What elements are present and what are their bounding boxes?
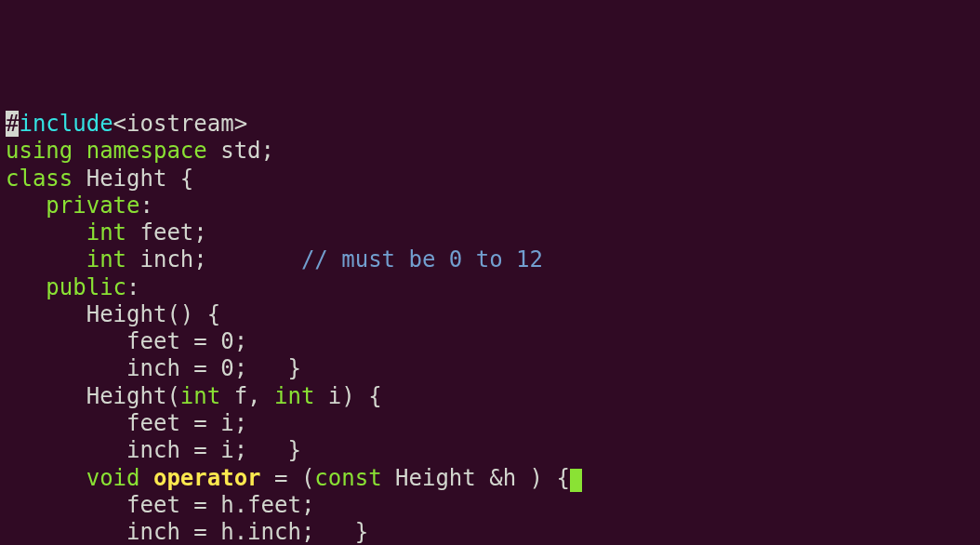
line-4: private: — [6, 193, 153, 219]
stmt: feet = h.feet; — [126, 492, 314, 518]
line-6: int inch; // must be 0 to 12 — [6, 246, 543, 272]
line-1: #include<iostream> — [6, 111, 247, 137]
ctor-default: Height() { — [86, 301, 221, 327]
class-name: Height { — [86, 166, 194, 192]
var-inch: inch; — [140, 246, 207, 272]
std-id: std; — [220, 138, 274, 164]
text-cursor — [570, 469, 582, 492]
kw-int: int — [180, 383, 220, 409]
kw-const: const — [314, 465, 381, 491]
header-name: <iostream> — [113, 111, 248, 137]
line-9: feet = 0; — [6, 328, 247, 354]
kw-int: int — [86, 219, 126, 246]
operator-keyword: operator — [153, 465, 261, 491]
stmt: feet = 0; — [126, 328, 247, 354]
param-f: f, — [220, 383, 274, 409]
line-15: feet = h.feet; — [6, 492, 314, 518]
include-directive: include — [19, 111, 113, 137]
kw-private: private — [46, 193, 139, 219]
line-10: inch = 0; } — [6, 355, 301, 381]
kw-class: class — [6, 166, 73, 192]
code-editor[interactable]: #include<iostream> using namespace std; … — [6, 111, 974, 545]
stmt: inch = 0; } — [126, 355, 301, 381]
kw-namespace: namespace — [86, 138, 207, 164]
kw-void: void — [86, 465, 140, 491]
line-14: void operator = (const Height &h ) { — [6, 465, 582, 491]
line-16: inch = h.inch; } — [6, 519, 368, 545]
kw-public: public — [46, 274, 126, 300]
line-3: class Height { — [6, 166, 193, 192]
stmt: inch = i; } — [126, 437, 301, 463]
param-h: Height &h ) { — [382, 465, 570, 491]
line-7: public: — [6, 274, 140, 300]
line-8: Height() { — [6, 301, 220, 327]
colon: : — [140, 193, 153, 219]
kw-int: int — [274, 383, 314, 409]
comment: // must be 0 to 12 — [301, 246, 543, 272]
param-i: i) { — [314, 383, 381, 409]
var-feet: feet; — [140, 219, 207, 246]
line-12: feet = i; — [6, 410, 247, 436]
kw-using: using — [6, 138, 73, 164]
line-11: Height(int f, int i) { — [6, 383, 382, 409]
line-5: int feet; — [6, 219, 207, 246]
stmt: feet = i; — [126, 410, 247, 436]
hash-char: # — [6, 111, 19, 137]
line-13: inch = i; } — [6, 437, 301, 463]
ctor-param-open: Height( — [86, 383, 180, 409]
line-2: using namespace std; — [6, 138, 274, 164]
kw-int: int — [86, 246, 126, 272]
stmt: inch = h.inch; } — [126, 519, 368, 545]
eq-open: = ( — [261, 465, 315, 491]
colon: : — [126, 274, 139, 300]
